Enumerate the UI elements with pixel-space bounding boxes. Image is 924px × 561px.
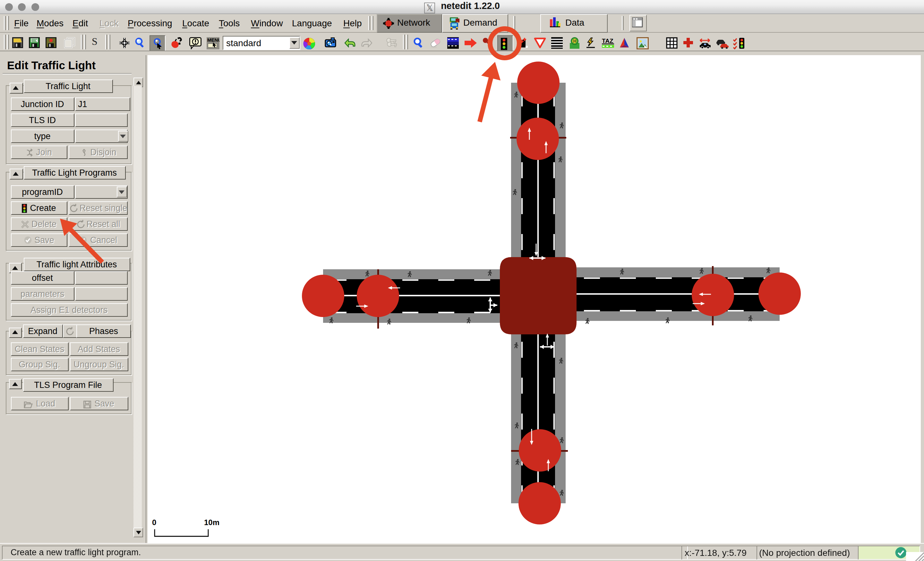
- svg-text:MENU: MENU: [207, 37, 219, 43]
- svg-text:H: H: [573, 39, 576, 43]
- svg-text:10m: 10m: [204, 518, 219, 527]
- svg-text:0: 0: [152, 518, 156, 527]
- svg-text:TAZ: TAZ: [602, 37, 614, 44]
